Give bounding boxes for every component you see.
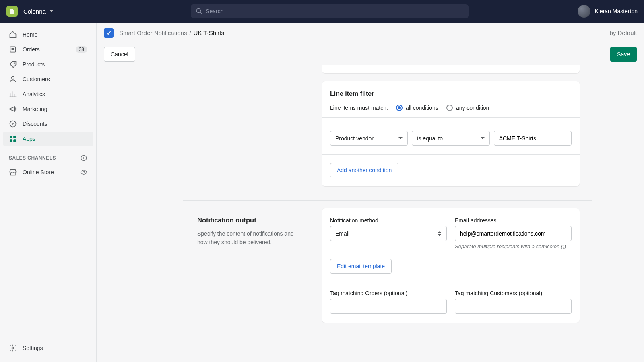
sidebar-item-label: Marketing — [23, 106, 47, 112]
emails-col: Email addresses Separate multiple recipi… — [455, 217, 572, 250]
tag-customers-label: Tag matching Customers (optional) — [455, 290, 572, 296]
divider — [322, 154, 580, 155]
apps-icon — [9, 135, 17, 143]
sidebar-item-label: Analytics — [23, 91, 45, 97]
user-name: Kieran Masterton — [594, 8, 638, 14]
topbar: Colonna Kieran Masterton — [0, 0, 644, 23]
sidebar-item-label: Home — [23, 31, 37, 38]
sidebar: Home Orders 38 Products Customers Analyt… — [0, 23, 97, 362]
marketing-icon — [9, 105, 17, 113]
content: Line item filter Line items must match: … — [97, 65, 644, 362]
method-col: Notification method Email — [330, 217, 447, 250]
sidebar-item-settings[interactable]: Settings — [3, 341, 93, 355]
orders-badge: 38 — [76, 46, 87, 53]
svg-rect-7 — [14, 140, 16, 142]
breadcrumb-current: UK T-Shirts — [194, 29, 224, 36]
svg-point-2 — [12, 76, 14, 79]
customers-icon — [9, 75, 17, 83]
sidebar-section-sales-channels: SALES CHANNELS — [0, 146, 96, 165]
add-condition-button[interactable]: Add another condition — [330, 163, 398, 177]
sidebar-item-discounts[interactable]: Discounts — [3, 117, 93, 131]
user-menu[interactable]: Kieran Masterton — [578, 5, 638, 18]
app-badge-icon — [104, 28, 114, 38]
tag-orders-col: Tag matching Orders (optional) — [330, 290, 447, 314]
radio-input-checked — [396, 105, 402, 111]
search-bar[interactable] — [191, 4, 469, 18]
radio-input — [446, 105, 453, 111]
sidebar-item-orders[interactable]: Orders 38 — [3, 42, 93, 57]
section-divider — [183, 200, 592, 201]
svg-rect-6 — [10, 140, 12, 142]
condition-value-input[interactable] — [494, 131, 572, 146]
sidebar-item-marketing[interactable]: Marketing — [3, 102, 93, 116]
sidebar-item-label: Discounts — [23, 121, 47, 127]
notification-output-sidebar: Notification output Specify the content … — [197, 216, 302, 247]
divider — [322, 117, 580, 118]
sidebar-item-products[interactable]: Products — [3, 57, 93, 72]
breadcrumb-by: by Default — [609, 29, 637, 36]
breadcrumb-separator: / — [189, 29, 191, 36]
analytics-icon — [9, 90, 17, 98]
view-store-icon[interactable] — [80, 169, 87, 176]
search-icon — [196, 8, 202, 15]
chevron-down-icon — [481, 136, 485, 140]
svg-rect-5 — [14, 136, 16, 138]
add-channel-icon[interactable] — [80, 154, 87, 162]
match-label: Line items must match: — [330, 105, 388, 111]
search-wrap — [191, 4, 469, 18]
chevron-down-icon — [49, 9, 54, 14]
sidebar-item-label: Products — [23, 61, 45, 68]
sidebar-item-online-store[interactable]: Online Store — [3, 165, 93, 179]
svg-rect-4 — [10, 136, 12, 138]
line-item-filter-card: Line item filter Line items must match: … — [322, 81, 580, 186]
radio-any-condition[interactable]: any condition — [446, 105, 489, 111]
products-icon — [9, 60, 17, 68]
home-icon — [9, 31, 17, 39]
edit-template-button[interactable]: Edit email template — [330, 259, 392, 274]
action-bar: Cancel Save — [97, 43, 644, 65]
sidebar-item-analytics[interactable]: Analytics — [3, 87, 93, 101]
output-desc: Specify the content of notifications and… — [197, 230, 302, 247]
page-header: Smart Order Notifications / UK T-Shirts … — [97, 23, 644, 43]
output-row-1: Notification method Email Email addresse… — [330, 217, 572, 250]
emails-hint: Separate multiple recipients with a semi… — [455, 243, 572, 250]
page: Smart Order Notifications / UK T-Shirts … — [97, 23, 644, 362]
sidebar-item-customers[interactable]: Customers — [3, 72, 93, 86]
save-button[interactable]: Save — [610, 47, 637, 62]
select-updown-icon — [438, 231, 442, 237]
store-name: Colonna — [23, 8, 46, 15]
sidebar-item-label: Settings — [23, 345, 43, 351]
section-divider — [183, 354, 592, 354]
orders-icon — [9, 45, 17, 53]
radio-all-conditions[interactable]: all conditions — [396, 105, 438, 111]
svg-point-1 — [14, 62, 15, 64]
store-switcher[interactable]: Colonna — [23, 8, 54, 15]
tag-customers-col: Tag matching Customers (optional) — [455, 290, 572, 314]
divider — [322, 282, 580, 282]
tag-orders-input[interactable] — [330, 299, 447, 314]
sidebar-item-label: Orders — [23, 46, 40, 53]
search-input[interactable] — [206, 8, 464, 14]
svg-point-10 — [12, 347, 14, 349]
tag-customers-input[interactable] — [455, 299, 572, 314]
notification-output-card: Notification method Email Email addresse… — [322, 208, 580, 323]
sidebar-item-label: Apps — [23, 136, 35, 142]
sidebar-item-label: Customers — [23, 76, 50, 82]
sidebar-item-label: Online Store — [23, 169, 54, 175]
store-icon — [9, 168, 17, 176]
output-row-2: Tag matching Orders (optional) Tag match… — [330, 290, 572, 314]
previous-card-stub — [322, 65, 580, 73]
match-mode-row: Line items must match: all conditions an… — [330, 105, 572, 111]
method-select[interactable]: Email — [330, 226, 447, 241]
avatar — [578, 5, 590, 18]
condition-operator-select[interactable]: is equal to — [412, 131, 489, 146]
emails-input[interactable] — [455, 226, 572, 241]
breadcrumb-app[interactable]: Smart Order Notifications — [119, 29, 187, 36]
settings-icon — [9, 344, 17, 352]
discounts-icon — [9, 120, 17, 128]
sidebar-item-apps[interactable]: Apps — [3, 132, 93, 146]
method-label: Notification method — [330, 217, 447, 224]
cancel-button[interactable]: Cancel — [104, 47, 135, 62]
sidebar-item-home[interactable]: Home — [3, 27, 93, 42]
condition-field-select[interactable]: Product vendor — [330, 131, 408, 146]
